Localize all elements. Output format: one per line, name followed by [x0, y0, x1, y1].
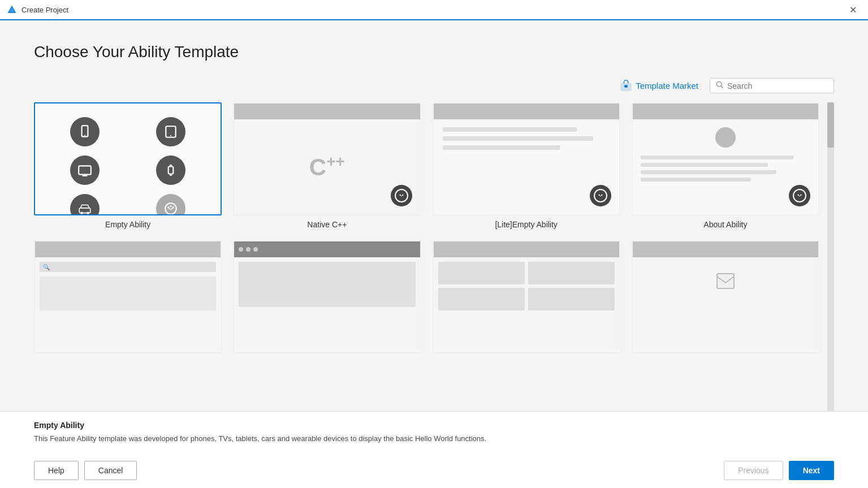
about-line1 [641, 156, 793, 159]
template-card-about-ability[interactable]: About Ability [632, 102, 819, 229]
footer-right: Previous Next [724, 461, 834, 480]
email-icon-container [637, 262, 814, 289]
cpp-body: C++ [234, 119, 420, 214]
hms-badge-empty [156, 194, 185, 215]
svg-point-21 [170, 205, 172, 207]
svg-point-18 [87, 211, 89, 214]
row2-topbar-5 [35, 241, 221, 257]
row2-topbar-6 [234, 241, 420, 257]
search-input[interactable] [727, 81, 828, 90]
svg-line-5 [721, 86, 723, 88]
tablet-icon [156, 117, 185, 146]
search-icon [716, 81, 724, 90]
template-market-button[interactable]: Template Market [620, 80, 698, 92]
about-line3 [641, 170, 776, 174]
about-line4 [641, 178, 751, 182]
row2-body-5: 🔍 [35, 257, 221, 352]
svg-rect-29 [717, 274, 734, 288]
toolbar-row: Template Market [34, 78, 834, 93]
template-name-about-ability: About Ability [703, 220, 747, 229]
footer-left: Help Cancel [34, 461, 137, 480]
row2-mockup-6 [234, 241, 420, 352]
svg-point-7 [84, 135, 85, 136]
tv-icon [70, 156, 100, 185]
grid-cell-4 [528, 288, 615, 310]
template-preview-6 [233, 240, 421, 353]
scrollbar-thumb [827, 102, 834, 148]
template-name-native-cpp: Native C++ [307, 220, 347, 229]
template-preview-empty-ability [34, 102, 222, 215]
dot2 [246, 247, 251, 252]
svg-point-17 [80, 211, 83, 214]
template-market-icon [620, 80, 632, 92]
mockup-topbar-about [633, 103, 818, 119]
list-block [40, 277, 216, 310]
templates-grid: Empty Ability C++ [34, 102, 825, 411]
row2-body-8 [633, 257, 818, 352]
row2-body-6 [234, 257, 420, 352]
template-card-6[interactable] [233, 240, 421, 358]
title-bar: Create Project ✕ [0, 0, 868, 20]
cpp-logo: C++ [309, 153, 345, 181]
next-button[interactable]: Next [789, 461, 834, 480]
row2-body-7 [434, 257, 619, 352]
line3 [443, 145, 560, 150]
row2-topbar-7 [434, 241, 619, 257]
close-button[interactable]: ✕ [845, 2, 861, 18]
hms-badge-inner-about [793, 189, 806, 202]
template-card-native-cpp[interactable]: C++ Native C++ [233, 102, 421, 229]
native-cpp-mockup: C++ [234, 103, 420, 214]
row2-mockup-5: 🔍 [35, 241, 221, 352]
template-card-lite-empty[interactable]: [Lite]Empty Ability [433, 102, 620, 229]
template-card-5[interactable]: 🔍 [34, 240, 222, 358]
grid-cell-2 [528, 262, 615, 284]
page-heading: Choose Your Ability Template [34, 43, 834, 61]
template-preview-8 [632, 240, 819, 353]
template-name-lite-empty: [Lite]Empty Ability [495, 220, 558, 229]
template-name-empty-ability: Empty Ability [105, 220, 150, 229]
help-button[interactable]: Help [34, 461, 79, 480]
search-bar-mockup: 🔍 [40, 262, 216, 272]
template-card-7[interactable] [433, 240, 620, 358]
lite-body [434, 119, 619, 214]
scrollbar-track[interactable] [827, 102, 834, 411]
svg-rect-10 [79, 166, 91, 174]
hms-badge-about [789, 185, 810, 206]
description-text: This Feature Ability template was develo… [34, 433, 834, 444]
template-preview-about-ability [632, 102, 819, 215]
row2-mockup-7 [434, 241, 619, 352]
template-preview-7 [433, 240, 620, 353]
bottom-section: Empty Ability This Feature Ability templ… [0, 411, 868, 454]
title-bar-left: Create Project [7, 5, 68, 15]
watch-icon [156, 156, 185, 185]
previous-button: Previous [724, 461, 783, 480]
about-avatar [715, 127, 736, 148]
template-card-empty-ability[interactable]: Empty Ability [34, 102, 222, 229]
hms-badge-inner [395, 189, 408, 202]
search-box[interactable] [710, 78, 834, 93]
content-block-6 [239, 262, 415, 307]
hms-badge-inner-lite [594, 189, 607, 202]
hms-badge-lite [590, 185, 611, 206]
template-preview-lite-empty [433, 102, 620, 215]
about-ability-mockup [633, 103, 818, 214]
template-card-8[interactable] [632, 240, 819, 358]
empty-ability-mockup [35, 103, 221, 214]
cancel-button[interactable]: Cancel [84, 461, 137, 480]
grid-cell-1 [438, 262, 525, 284]
row2-topbar-8 [633, 241, 818, 257]
row2-mockup-8 [633, 241, 818, 352]
about-body [633, 119, 818, 214]
description-title: Empty Ability [34, 421, 834, 430]
phone-icon [70, 117, 100, 146]
window-title: Create Project [21, 6, 68, 14]
svg-rect-13 [169, 167, 174, 174]
mockup-topbar-lite [434, 103, 619, 119]
search-icon-small: 🔍 [43, 264, 50, 270]
template-market-label: Template Market [636, 81, 698, 90]
svg-rect-3 [624, 85, 628, 88]
mockup-topbar [234, 103, 420, 119]
svg-point-19 [165, 203, 176, 214]
dot1 [239, 247, 243, 252]
template-preview-native-cpp: C++ [233, 102, 421, 215]
